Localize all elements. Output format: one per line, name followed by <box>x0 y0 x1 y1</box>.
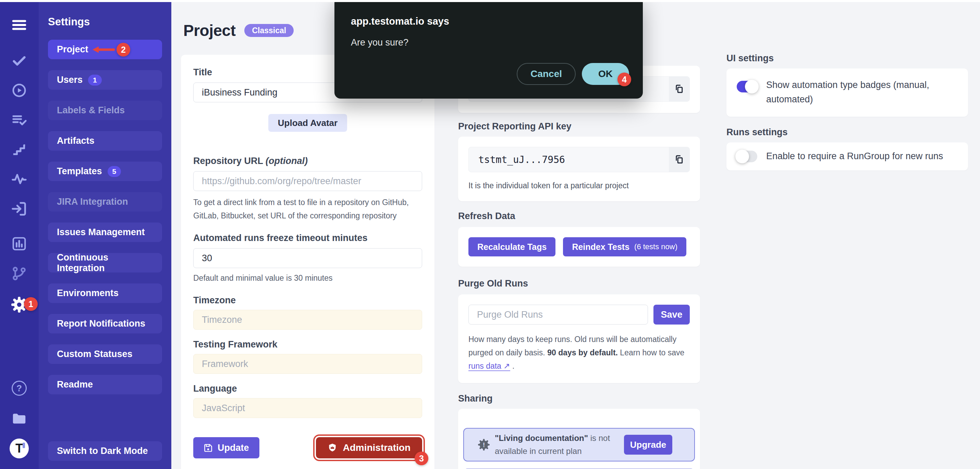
upgrade-button[interactable]: Upgrade <box>624 435 672 455</box>
purge-days-input[interactable] <box>468 305 648 325</box>
project-form-card: Title Upload Avatar Repository URL (opti… <box>181 55 434 469</box>
logo-t-icon: T <box>10 439 29 458</box>
git-branch-icon[interactable] <box>10 264 29 284</box>
ok-annotation-badge: 4 <box>617 73 631 86</box>
project-type-badge: Classical <box>244 24 294 37</box>
seal-exclamation-icon: ! <box>478 439 490 451</box>
check-icon[interactable] <box>10 51 29 70</box>
question-mark: ? <box>12 381 27 396</box>
reindex-tests-button[interactable]: Reindex Tests (6 tests now) <box>563 237 686 257</box>
alert-message: "Living documentation" is not available … <box>495 432 624 458</box>
nav-label: Users <box>57 74 83 85</box>
project-annotation-badge: 2 <box>116 43 130 57</box>
timezone-input[interactable] <box>193 310 422 330</box>
runs-settings-card: Enable to require a RunGroup for new run… <box>726 143 968 171</box>
sidebar-item-continuous-integration[interactable]: Continuous Integration <box>48 253 162 273</box>
language-input[interactable] <box>193 398 422 418</box>
sidebar-item-templates[interactable]: Templates 5 <box>48 162 162 181</box>
icon-rail: 1 ? T <box>0 0 39 469</box>
copy-project-id-button[interactable] <box>669 77 689 101</box>
list-check-icon[interactable] <box>10 110 29 129</box>
sidebar-item-custom-statuses[interactable]: Custom Statuses <box>48 344 162 364</box>
save-button[interactable]: Save <box>654 305 690 325</box>
freeze-timeout-label: Automated runs freeze timeout minutes <box>193 233 422 243</box>
sidebar-item-project[interactable]: Project 2 <box>48 40 162 59</box>
gear-annotation-badge: 1 <box>24 297 38 311</box>
sharing-heading: Sharing <box>458 393 700 404</box>
upload-avatar-button[interactable]: Upload Avatar <box>268 114 347 132</box>
language-label: Language <box>193 383 422 394</box>
repository-help-text: To get a direct link from a test to file… <box>193 196 422 222</box>
steps-icon[interactable] <box>10 140 29 159</box>
purge-old-runs-heading: Purge Old Runs <box>458 278 700 289</box>
administration-button[interactable]: Administration <box>316 437 422 458</box>
runs-data-link[interactable]: runs data ↗ <box>468 361 510 371</box>
folder-icon[interactable] <box>10 409 29 428</box>
nav-label: Artifacts <box>57 136 95 146</box>
users-count-badge: 1 <box>88 74 102 86</box>
admin-annotation-badge: 3 <box>415 452 428 465</box>
top-edge-strip <box>0 0 980 2</box>
cancel-button[interactable]: Cancel <box>517 63 576 85</box>
ui-settings-card: Show automation type badges (manual, aut… <box>726 68 968 117</box>
settings-nav: Settings Project 2 Users 1 Labels & Fiel… <box>39 0 171 469</box>
sidebar-item-report-notifications[interactable]: Report Notifications <box>48 314 162 333</box>
purge-help-text: How many days to keep runs. Old runs wil… <box>468 333 695 373</box>
copy-api-key-button[interactable] <box>669 147 689 172</box>
reporting-api-key-heading: Project Reporting API key <box>458 121 700 132</box>
freeze-timeout-input[interactable] <box>193 248 422 268</box>
reindex-count-note: (6 tests now) <box>634 242 678 251</box>
rungroup-required-label: Enable to require a RunGroup for new run… <box>766 149 944 164</box>
testing-framework-label: Testing Framework <box>193 339 422 350</box>
ui-settings-heading: UI settings <box>726 53 968 64</box>
app-root: 1 ? T Settings Project 2 Users 1 Labels … <box>0 0 980 469</box>
activity-icon[interactable] <box>10 170 29 189</box>
refresh-data-card: Recalculate Tags Reindex Tests (6 tests … <box>458 227 700 267</box>
nav-label: Custom Statuses <box>57 349 133 360</box>
browser-confirm-dialog: app.testomat.io says Are you sure? Cance… <box>334 0 643 98</box>
freeze-help-text: Default and minimal value is 30 minutes <box>193 271 422 285</box>
nav-label: Switch to Dark Mode <box>57 446 148 456</box>
nav-label: Environments <box>57 288 119 298</box>
sidebar-item-issues-management[interactable]: Issues Management <box>48 222 162 242</box>
api-key-value: tstmt_uJ...7956 <box>469 147 669 172</box>
bar-chart-icon[interactable] <box>10 234 29 254</box>
refresh-data-heading: Refresh Data <box>458 211 700 222</box>
play-circle-icon[interactable] <box>10 81 29 100</box>
nav-label: Report Notifications <box>57 318 145 329</box>
sidebar-item-users[interactable]: Users 1 <box>48 70 162 90</box>
svg-text:!: ! <box>483 441 485 448</box>
settings-heading: Settings <box>48 16 171 28</box>
dialog-message: Are you sure? <box>351 37 626 48</box>
sidebar-item-readme[interactable]: Readme <box>48 375 162 395</box>
page-header: Project Classical <box>183 21 294 40</box>
reporting-api-key-card: tstmt_uJ...7956 It is the individual tok… <box>458 136 700 201</box>
repository-url-input[interactable] <box>193 171 422 191</box>
save-disk-icon <box>204 443 213 453</box>
update-button[interactable]: Update <box>193 437 259 458</box>
sidebar-item-labels-fields[interactable]: Labels & Fields <box>48 101 162 120</box>
log-in-icon[interactable] <box>10 199 29 219</box>
menu-icon[interactable] <box>10 16 29 35</box>
dialog-title: app.testomat.io says <box>351 16 626 27</box>
testing-framework-input[interactable] <box>193 354 422 374</box>
templates-count-badge: 5 <box>108 166 121 177</box>
runs-settings-heading: Runs settings <box>726 127 968 138</box>
automation-badges-toggle[interactable] <box>737 81 757 92</box>
recalculate-tags-button[interactable]: Recalculate Tags <box>468 237 555 257</box>
api-key-help-text: It is the individual token for a particu… <box>468 179 690 192</box>
nav-label: Readme <box>57 379 93 390</box>
nav-label: Project <box>57 44 88 55</box>
sidebar-item-artifacts[interactable]: Artifacts <box>48 131 162 151</box>
dark-mode-toggle-button[interactable]: Switch to Dark Mode <box>48 441 162 461</box>
external-link-icon: ↗ <box>503 361 510 371</box>
rungroup-required-toggle[interactable] <box>737 151 757 162</box>
sidebar-item-jira-integration[interactable]: JIRA Integration <box>48 192 162 212</box>
shield-crown-icon <box>328 443 337 453</box>
copy-icon <box>674 154 684 165</box>
timezone-label: Timezone <box>193 295 422 306</box>
workspace-logo[interactable]: T <box>10 439 29 458</box>
sidebar-item-environments[interactable]: Environments <box>48 284 162 303</box>
help-icon[interactable]: ? <box>10 379 29 398</box>
living-documentation-alert: ! "Living documentation" is not availabl… <box>463 428 695 461</box>
